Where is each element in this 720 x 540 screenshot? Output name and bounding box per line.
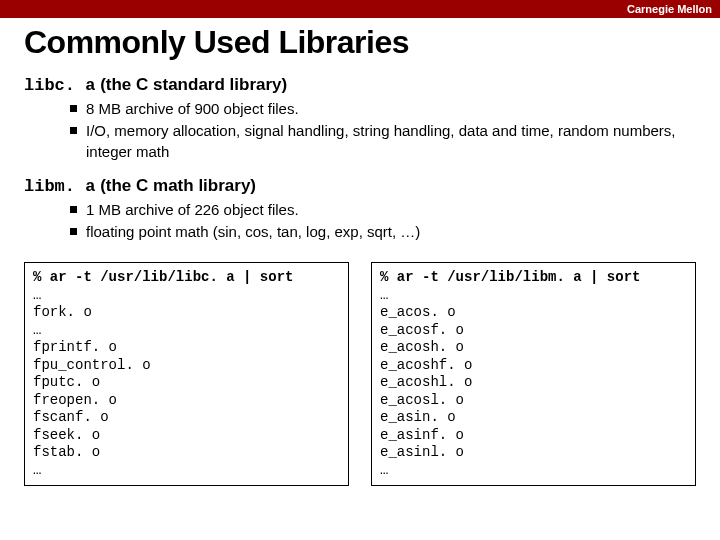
libc-name: libc. a <box>24 76 95 95</box>
libc-code-box: % ar -t /usr/lib/libc. a | sort … fork. … <box>24 262 349 486</box>
libc-command: % ar -t /usr/lib/libc. a | sort <box>33 269 293 285</box>
top-bar: Carnegie Mellon <box>0 0 720 18</box>
list-item: 8 MB archive of 900 object files. <box>70 99 696 119</box>
libc-output: … fork. o … fprintf. o fpu_control. o fp… <box>33 287 151 478</box>
libc-heading: libc. a (the C standard library) <box>24 75 696 95</box>
list-item: 1 MB archive of 226 object files. <box>70 200 696 220</box>
code-columns: % ar -t /usr/lib/libc. a | sort … fork. … <box>24 262 696 486</box>
slide-content: Commonly Used Libraries libc. a (the C s… <box>0 18 720 486</box>
brand-label: Carnegie Mellon <box>627 3 712 15</box>
libm-name: libm. a <box>24 177 95 196</box>
libm-code-box: % ar -t /usr/lib/libm. a | sort … e_acos… <box>371 262 696 486</box>
libc-desc: (the C standard library) <box>100 75 287 94</box>
libm-desc: (the C math library) <box>100 176 256 195</box>
list-item: I/O, memory allocation, signal handling,… <box>70 121 696 162</box>
libc-bullets: 8 MB archive of 900 object files. I/O, m… <box>24 95 696 172</box>
libm-heading: libm. a (the C math library) <box>24 176 696 196</box>
list-item: floating point math (sin, cos, tan, log,… <box>70 222 696 242</box>
slide-title: Commonly Used Libraries <box>24 24 696 61</box>
libm-output: … e_acos. o e_acosf. o e_acosh. o e_acos… <box>380 287 472 478</box>
libm-command: % ar -t /usr/lib/libm. a | sort <box>380 269 640 285</box>
libm-bullets: 1 MB archive of 226 object files. floati… <box>24 196 696 253</box>
